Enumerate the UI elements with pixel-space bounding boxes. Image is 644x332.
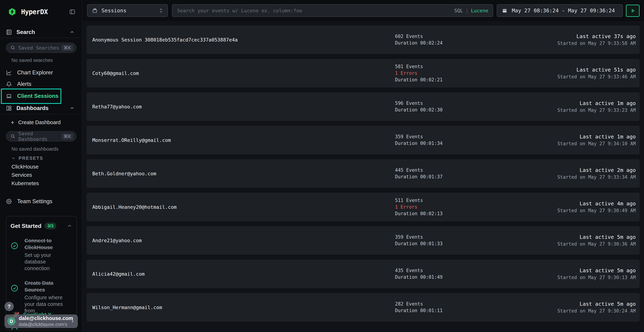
session-row[interactable]: Abbigail.Heaney20@hotmail.com 511 Events… xyxy=(86,193,640,221)
sidebar-item-search[interactable]: Search xyxy=(0,28,82,36)
session-events-count: 581 Events xyxy=(395,63,442,70)
checklist-item-data-sources[interactable]: Create Data Sources Configure where your… xyxy=(10,280,72,314)
hyperdx-logo-icon xyxy=(8,8,16,16)
session-duration: Duration 00:02:30 xyxy=(395,106,442,113)
user-team: dale@clickhouse.com's xyxy=(19,322,70,327)
session-name: Beth.Goldner@yahoo.com xyxy=(92,159,156,188)
session-times: Last active 1m ago Started on May 27 9:3… xyxy=(558,133,636,147)
session-events-count: 435 Events xyxy=(395,267,442,274)
session-last-active: Last active 1m ago xyxy=(558,133,636,140)
checklist-item-connect[interactable]: Connect to ClickHouse Set up your databa… xyxy=(10,237,72,272)
session-duration: Duration 00:02:21 xyxy=(395,76,442,83)
annotation-highlight-box xyxy=(1,88,61,104)
session-times: Last active 5m ago Started on May 27 9:3… xyxy=(558,267,636,281)
session-events-count: 359 Events xyxy=(395,234,442,240)
session-last-active: Last active 5m ago xyxy=(558,267,636,274)
session-times: Last active 37s ago Started on May 27 9:… xyxy=(558,33,636,47)
logo-row: HyperDX xyxy=(0,7,82,16)
app-title: HyperDX xyxy=(21,8,69,16)
session-row[interactable]: Retha77@yahoo.com 596 Events Duration 00… xyxy=(86,92,640,121)
session-events-count: 282 Events xyxy=(395,301,442,307)
journal-icon xyxy=(6,29,12,36)
toggle-separator: | xyxy=(466,8,468,14)
query-language-toggle: SQL|Lucene xyxy=(454,8,488,14)
session-started: Started on May 27 9:34:10 AM xyxy=(558,140,636,147)
user-menu[interactable]: D dale@clickhouse.com dale@clickhouse.co… xyxy=(4,314,78,328)
checklist-item-title: Connect to ClickHouse xyxy=(24,237,72,251)
collapse-sidebar-icon[interactable] xyxy=(69,8,76,15)
session-last-active: Last active 51s ago xyxy=(558,66,636,73)
help-button[interactable]: ? xyxy=(4,302,14,311)
session-stats: 359 Events Duration 00:01:34 xyxy=(395,134,442,147)
source-select[interactable]: Sessions xyxy=(87,4,168,17)
session-times: Last active 51s ago Started on May 27 9:… xyxy=(558,66,636,80)
sidebar-item-label: Team Settings xyxy=(17,198,52,205)
create-dashboard-label: Create Dashboard xyxy=(18,120,61,126)
session-name: Abbigail.Heaney20@hotmail.com xyxy=(92,193,176,221)
chevron-down-icon xyxy=(11,156,16,160)
check-circle-icon xyxy=(10,237,22,272)
sidebar-item-services[interactable]: Services xyxy=(0,172,82,178)
sidebar-item-kubernetes[interactable]: Kubernetes xyxy=(0,180,82,186)
sidebar-item-team-settings[interactable]: Team Settings xyxy=(0,198,82,205)
sidebar-item-chart-explorer[interactable]: Chart Explorer xyxy=(0,69,82,76)
presets-header: PRESETS xyxy=(18,156,43,161)
session-last-active: Last active 4m ago xyxy=(558,200,636,207)
session-events-count: 445 Events xyxy=(395,167,442,174)
session-name: Anonymous Session 308018eb535facd7cec337… xyxy=(92,26,238,54)
session-name: Andre21@yahoo.com xyxy=(92,226,142,255)
session-started: Started on May 27 9:30:24 AM xyxy=(558,308,636,314)
presets-section-toggle[interactable]: PRESETS xyxy=(0,155,82,161)
get-started-progress-badge: 3/3 xyxy=(44,222,56,229)
session-row[interactable]: Beth.Goldner@yahoo.com 445 Events Durati… xyxy=(86,159,640,188)
sidebar-item-alerts[interactable]: Alerts xyxy=(0,80,82,88)
sidebar-item-label: Dashboards xyxy=(16,105,70,112)
session-name: Wilson_Hermann@gmail.com xyxy=(92,293,162,322)
event-search-input[interactable]: Search your events w/ Lucene ex. column:… xyxy=(172,4,493,17)
divider xyxy=(0,38,82,38)
session-duration: Duration 00:02:13 xyxy=(395,210,442,217)
time-range-picker[interactable]: May 27 08:36:24 - May 27 09:36:24 xyxy=(497,4,623,17)
lucene-toggle[interactable]: Lucene xyxy=(471,8,488,14)
session-events-count: 596 Events xyxy=(395,100,442,106)
saved-searches-placeholder: Saved Searches xyxy=(18,45,62,50)
shortcut-badge: ⌘K xyxy=(62,133,73,140)
avatar: D xyxy=(7,317,16,326)
sessions-list: Anonymous Session 308018eb535facd7cec337… xyxy=(86,26,640,326)
chevron-up-icon[interactable] xyxy=(70,106,75,111)
session-events-count: 602 Events xyxy=(395,33,442,40)
session-row[interactable]: Wilson_Hermann@gmail.com 282 Events Dura… xyxy=(86,293,640,322)
storage-box-icon xyxy=(92,8,98,14)
session-row[interactable]: Coty60@gmail.com 581 Events 1 Errors Dur… xyxy=(86,59,640,88)
saved-dashboards-input[interactable]: Saved Dashboards ⌘K xyxy=(6,131,76,142)
calendar-icon xyxy=(502,8,508,14)
session-row[interactable]: Andre21@yahoo.com 359 Events Duration 00… xyxy=(86,226,640,255)
session-stats: 435 Events Duration 00:01:49 xyxy=(395,267,442,280)
create-dashboard-button[interactable]: + Create Dashboard xyxy=(0,119,82,126)
chevron-up-icon[interactable] xyxy=(70,30,75,35)
session-stats: 596 Events Duration 00:02:30 xyxy=(395,100,442,113)
session-row[interactable]: Anonymous Session 308018eb535facd7cec337… xyxy=(86,26,640,54)
search-placeholder: Search your events w/ Lucene ex. column:… xyxy=(177,8,454,14)
chevron-up-icon[interactable] xyxy=(67,223,72,228)
session-stats: 511 Events 1 Errors Duration 00:02:13 xyxy=(395,197,442,217)
session-last-active: Last active 37s ago xyxy=(558,33,636,40)
sidebar-item-dashboards[interactable]: Dashboards xyxy=(0,104,82,112)
sidebar-item-clickhouse[interactable]: ClickHouse xyxy=(0,164,82,170)
session-row[interactable]: Monserrat.OReilly@gmail.com 359 Events D… xyxy=(86,126,640,154)
chevron-right-icon xyxy=(70,318,75,324)
session-duration: Duration 00:01:49 xyxy=(395,274,442,280)
session-stats: 359 Events Duration 00:01:33 xyxy=(395,234,442,247)
shortcut-badge: ⌘K xyxy=(62,45,73,51)
chart-line-icon xyxy=(6,70,13,76)
session-stats: 445 Events Duration 00:01:37 xyxy=(395,167,442,180)
bell-icon xyxy=(6,81,13,87)
saved-searches-input[interactable]: Saved Searches ⌘K xyxy=(6,42,76,53)
run-query-button[interactable] xyxy=(626,5,640,17)
sql-toggle[interactable]: SQL xyxy=(454,8,463,14)
session-row[interactable]: Alicia42@gmail.com 435 Events Duration 0… xyxy=(86,260,640,288)
time-range-value: May 27 08:36:24 - May 27 09:36:24 xyxy=(512,8,615,14)
session-last-active: Last active 5m ago xyxy=(558,234,636,240)
search-icon xyxy=(10,134,16,139)
session-started: Started on May 27 9:30:13 AM xyxy=(558,274,636,281)
